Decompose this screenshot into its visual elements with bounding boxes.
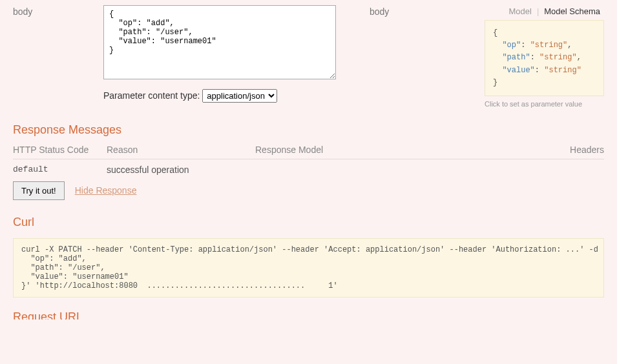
col-model: Response Model: [255, 145, 552, 155]
request-url-heading: Request URL: [13, 310, 604, 319]
parameter-row: body Parameter content type: application…: [13, 0, 604, 108]
col-status: HTTP Status Code: [13, 145, 107, 155]
response-messages-heading: Response Messages: [13, 123, 604, 137]
response-reason: successful operation: [107, 165, 604, 175]
try-it-out-button[interactable]: Try it out!: [13, 181, 65, 200]
curl-output: curl -X PATCH --header 'Content-Type: ap…: [13, 238, 604, 298]
content-type-label: Parameter content type:: [103, 90, 200, 101]
col-reason: Reason: [107, 145, 255, 155]
hide-response-link[interactable]: Hide Response: [75, 185, 137, 196]
content-type-row: Parameter content type: application/json: [103, 89, 362, 103]
tab-separator: |: [536, 5, 540, 17]
action-row: Try it out! Hide Response: [13, 181, 604, 200]
param-description: body: [362, 5, 485, 17]
schema-box[interactable]: { "op": "string", "path": "string", "val…: [485, 20, 604, 96]
curl-scroll[interactable]: curl -X PATCH --header 'Content-Type: ap…: [13, 234, 604, 298]
response-code: default: [13, 165, 107, 175]
response-row: default successful operation: [13, 159, 604, 177]
col-headers: Headers: [552, 145, 604, 155]
curl-heading: Curl: [13, 216, 604, 229]
schema-hint[interactable]: Click to set as parameter value: [485, 100, 604, 108]
tab-model-schema[interactable]: Model Schema: [540, 5, 604, 17]
body-textarea[interactable]: [103, 5, 336, 79]
param-name: body: [13, 5, 103, 17]
tab-model[interactable]: Model: [505, 5, 535, 17]
response-header-row: HTTP Status Code Reason Response Model H…: [13, 142, 604, 159]
schema-tabs: Model | Model Schema: [485, 5, 604, 17]
content-type-select[interactable]: application/json: [202, 89, 277, 103]
